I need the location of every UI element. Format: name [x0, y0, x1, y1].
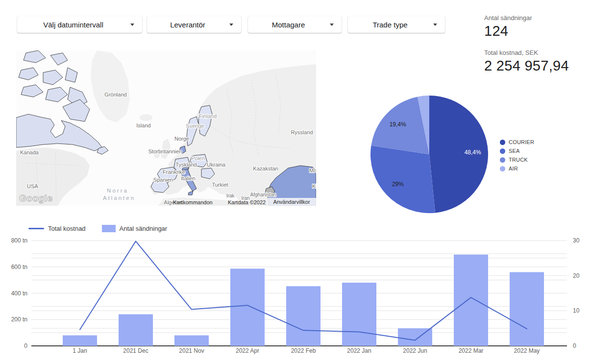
map-label-kazakstan: Kazakstan — [253, 166, 278, 171]
receiver-filter[interactable]: Mottagare — [248, 16, 342, 33]
legend-label-courier: COURIER — [509, 139, 534, 145]
map-label-italien: Italien — [181, 175, 195, 181]
iceland-region — [140, 114, 152, 121]
receiver-filter-label: Mottagare — [272, 21, 318, 29]
right-axis-tick: 30 — [573, 237, 580, 244]
right-axis-tick: 0 — [573, 342, 576, 349]
shipments-scorecard-label: Antal sändningar — [484, 14, 532, 22]
x-axis-label-2022-apr: 2022 Apr — [236, 347, 259, 354]
sea-color-dot — [500, 148, 505, 154]
supplier-filter[interactable]: Leverantör — [147, 16, 241, 33]
map-label-finland: Finland — [199, 113, 217, 119]
courier-color-dot — [500, 140, 505, 145]
bar-1-jan[interactable] — [63, 336, 97, 346]
total-cost-scorecard-label: Total kostnad, SEK — [484, 49, 538, 56]
trade-type-filter-label: Trade type — [372, 21, 420, 29]
shipments-scorecard-value: 124 — [484, 23, 508, 39]
bar-2021-nov[interactable] — [174, 336, 209, 346]
left-axis-tick: 200 tn — [11, 316, 27, 323]
chevron-down-icon — [330, 24, 334, 26]
bar-2022-may[interactable] — [510, 272, 544, 346]
x-axis-label-2022-mar: 2022 Mar — [459, 347, 484, 354]
x-axis-label-2021-dec: 2021 Dec — [123, 347, 148, 354]
pie-legend: COURIER SEA TRUCK AIR — [500, 138, 534, 173]
legend-label-air: AIR — [509, 166, 518, 171]
legend-label-sea: SEA — [509, 148, 520, 154]
map-label-turkiet: Turkiet — [212, 182, 228, 188]
bar-2022-jan[interactable] — [342, 283, 376, 346]
legend-label-truck: TRUCK — [509, 157, 528, 163]
date-range-filter-label: Välj datumintervall — [43, 21, 116, 29]
right-axis-tick: 10 — [573, 307, 580, 314]
bar-2022-mar[interactable] — [454, 255, 488, 346]
map-label-sverige: Sverige — [186, 123, 204, 129]
x-axis-label-2022-jan: 2022 Jan — [347, 347, 371, 354]
supplier-filter-label: Leverantör — [170, 21, 218, 29]
map-label-irak: Irak — [226, 193, 235, 198]
map-label-spanien: Spanien — [153, 177, 173, 183]
map-label-grönland: Grönland — [104, 92, 126, 97]
left-axis-tick: 0 — [24, 342, 27, 349]
x-axis-label-2021-nov: 2021 Nov — [179, 347, 204, 354]
left-axis-tick: 600 tn — [11, 264, 27, 270]
bar-2022-feb[interactable] — [286, 286, 320, 346]
x-axis-label-1-jan: 1 Jan — [73, 347, 87, 354]
trade-type-filter[interactable]: Trade type — [348, 16, 445, 33]
bar-2022-apr[interactable] — [230, 268, 265, 346]
x-axis-label-2022-feb: 2022 Feb — [291, 347, 316, 354]
map-label-ukraina: Ukraina — [207, 162, 226, 168]
chevron-down-icon — [229, 24, 233, 26]
map-label-norra: Norra — [107, 188, 128, 194]
dashboard: Välj datumintervall Leverantör Mottagare… — [0, 0, 616, 364]
map-terms-link[interactable]: Användarvillkor — [267, 198, 316, 206]
legend-item-sea: SEA — [500, 146, 534, 155]
combo-canvas: 800 tn600 tn400 tn200 tn030201001 Jan202… — [0, 220, 616, 364]
legend-item-air: AIR — [500, 164, 534, 173]
date-range-filter[interactable]: Välj datumintervall — [17, 16, 142, 33]
map-label-ki: Ki — [312, 183, 316, 189]
map-label-tyskland: Tyskland — [175, 162, 197, 168]
map-label-norge: Norge — [174, 136, 189, 142]
map-label-afghanistan: Afghanistan — [250, 192, 276, 197]
pie-value-label-courier: 48,4% — [465, 149, 481, 156]
map-label-mong: Mong — [309, 168, 316, 173]
left-axis-tick: 800 tn — [11, 237, 27, 244]
left-axis-tick: 400 tn — [11, 290, 27, 297]
map-copyright: Kartdata ©2022 — [228, 199, 266, 205]
geo-map[interactable]: GrönlandIslandKanadaUSAStorbritannienNor… — [16, 50, 316, 206]
chevron-down-icon — [433, 24, 437, 26]
pie-value-label-truck: 19,4% — [390, 121, 406, 128]
pie-value-label-sea: 29% — [392, 181, 404, 188]
map-label-ryssland: Ryssland — [291, 129, 313, 135]
map-label-storbritannien: Storbritannien — [148, 148, 182, 154]
map-shortcuts-link[interactable]: Kortkommandon — [173, 199, 213, 205]
map-label-usa: USA — [27, 183, 38, 189]
chevron-down-icon — [130, 24, 134, 26]
google-logo[interactable]: Google — [19, 193, 52, 204]
bar-2021-dec[interactable] — [119, 315, 153, 346]
combo-chart: 800 tn600 tn400 tn200 tn030201001 Jan202… — [0, 220, 616, 364]
map-label-frankrike: Frankrike — [163, 169, 185, 175]
x-axis-label-2022-jun: 2022 Jun — [403, 347, 427, 354]
map-label-atlanten: Atlanten — [103, 195, 135, 201]
right-axis-tick: 20 — [573, 272, 580, 279]
legend-item-truck: TRUCK — [500, 155, 534, 164]
x-axis-label-2022-may: 2022 May — [514, 347, 540, 354]
total-cost-scorecard-value: 2 254 957,94 — [484, 58, 569, 74]
truck-color-dot — [500, 157, 505, 163]
pie-slice-sea[interactable] — [370, 146, 435, 213]
geo-map-canvas: GrönlandIslandKanadaUSAStorbritannienNor… — [16, 50, 316, 206]
map-label-polen: Polen — [191, 155, 205, 161]
air-color-dot — [500, 166, 505, 171]
legend-item-courier: COURIER — [500, 138, 534, 146]
map-label-kanada: Kanada — [20, 149, 39, 155]
map-label-island: Island — [136, 122, 150, 128]
